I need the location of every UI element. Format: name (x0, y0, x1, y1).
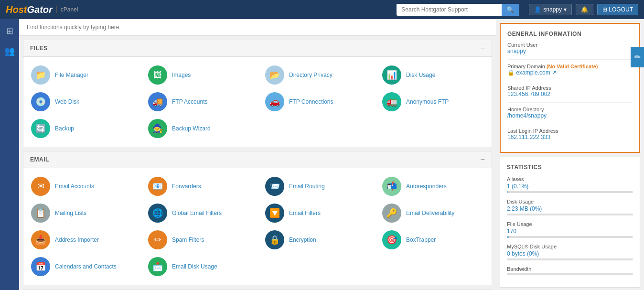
notifications-button[interactable]: 🔔 (576, 4, 593, 15)
icon-disk-usage: 📊 (382, 65, 401, 85)
icon-boxtrapper: 🎯 (382, 230, 401, 249)
left-sidebar: ⊞ 👥 (0, 19, 19, 290)
stat-bar-mysql-disk-usage (507, 258, 633, 260)
stat-value-aliases: 1 (0.1%) (507, 183, 633, 190)
search-area: 🔍 (397, 4, 519, 16)
general-info-title: GENERAL INFORMATION (507, 31, 633, 37)
item-spam-filters[interactable]: ✏Spam Filters (140, 226, 258, 253)
stats-container: Aliases1 (0.1%)Disk Usage2.23 MB (0%)Fil… (507, 176, 633, 275)
shared-ip-row: Shared IP Address 123.456.789.002 (507, 85, 633, 97)
label-email-routing: Email Routing (289, 183, 325, 190)
item-forwarders[interactable]: 📧Forwarders (140, 173, 258, 200)
section-toggle-files[interactable]: − (481, 44, 485, 53)
icon-email-deliverability: 🔑 (382, 204, 401, 223)
primary-domain-value: 🔒 example.com ↗ (507, 69, 633, 76)
item-ftp-connections[interactable]: 🚗FTP Connections (258, 88, 375, 115)
item-images[interactable]: 🖼Images (140, 62, 258, 88)
general-info-wrapper: GENERAL INFORMATION Current User snappy … (496, 23, 644, 153)
label-email-deliverability: Email Deliverability (406, 210, 454, 216)
stat-row-aliases: Aliases1 (0.1%) (507, 176, 633, 193)
current-user-label: Current User (507, 42, 633, 48)
icon-web-disk: 💿 (31, 92, 50, 111)
icon-email-disk-usage: 📩 (148, 257, 167, 276)
dropdown-icon: ▾ (564, 6, 567, 13)
general-info-card: GENERAL INFORMATION Current User snappy … (500, 23, 640, 153)
stat-value-file-usage: 170 (507, 228, 633, 235)
item-calendars-contacts[interactable]: 📅Calendars and Contacts (23, 253, 140, 280)
item-email-accounts[interactable]: ✉Email Accounts (23, 173, 140, 200)
bell-icon: 🔔 (581, 6, 588, 13)
logout-button[interactable]: ⊞ LOGOUT (597, 4, 638, 15)
item-encryption[interactable]: 🔒Encryption (258, 226, 375, 253)
section-toggle-email[interactable]: − (481, 155, 485, 164)
item-disk-usage[interactable]: 📊Disk Usage (375, 62, 492, 88)
item-email-filters[interactable]: 🔽Email Filters (258, 200, 375, 226)
stat-bar-fill-aliases (507, 191, 508, 193)
last-login-value: 162.111.222.333 (507, 134, 633, 140)
item-autoresponders[interactable]: 📬Autoresponders (375, 173, 492, 200)
section-title-files: FILES (30, 45, 48, 52)
item-email-disk-usage[interactable]: 📩Email Disk Usage (140, 253, 258, 280)
main-layout: ⊞ 👥 Find functions quickly by typing her… (0, 19, 644, 290)
icon-mailing-lists: 📋 (31, 204, 50, 223)
item-mailing-lists[interactable]: 📋Mailing Lists (23, 200, 140, 226)
item-web-disk[interactable]: 💿Web Disk (23, 88, 140, 115)
stat-label-aliases: Aliases (507, 176, 633, 182)
sidebar-users-icon[interactable]: 👥 (1, 43, 18, 59)
item-file-manager[interactable]: 📁File Manager (23, 62, 140, 88)
item-anonymous-ftp[interactable]: 🚛Anonymous FTP (375, 88, 492, 115)
quick-search-label: Find functions quickly by typing here. (27, 24, 121, 31)
item-address-importer[interactable]: 📥Address Importer (23, 226, 140, 253)
icon-anonymous-ftp: 🚛 (382, 92, 401, 111)
icon-address-importer: 📥 (31, 230, 50, 249)
item-boxtrapper[interactable]: 🎯BoxTrapper (375, 226, 492, 253)
stat-bar-aliases (507, 191, 633, 193)
label-ftp-connections: FTP Connections (289, 98, 333, 105)
stat-label-disk-usage: Disk Usage (507, 199, 633, 204)
cert-badge: (No Valid Certificate) (547, 64, 598, 69)
top-navigation: HostGator cPanel 🔍 👤 snappy ▾ 🔔 ⊞ LOGOUT (0, 0, 644, 19)
icon-encryption: 🔒 (265, 230, 284, 249)
home-dir-row: Home Directory /home4/snappy (507, 107, 633, 119)
stat-row-bandwidth: Bandwidth (507, 266, 633, 275)
content-area: Find functions quickly by typing here. F… (19, 19, 496, 290)
label-anonymous-ftp: Anonymous FTP (406, 98, 449, 105)
topnav-actions: 👤 snappy ▾ 🔔 ⊞ LOGOUT (529, 4, 638, 15)
shared-ip-value: 123.456.789.002 (507, 91, 633, 97)
item-email-deliverability[interactable]: 🔑Email Deliverability (375, 200, 492, 226)
sections-container: FILES−📁File Manager🖼Images📂Directory Pri… (19, 40, 496, 290)
item-global-email-filters[interactable]: 🌐Global Email Filters (140, 200, 258, 226)
stat-bar-disk-usage (507, 214, 633, 215)
search-input[interactable] (397, 4, 502, 15)
section-files: FILES−📁File Manager🖼Images📂Directory Pri… (23, 40, 492, 147)
external-link-icon: ↗ (552, 69, 557, 76)
stat-label-bandwidth: Bandwidth (507, 266, 633, 272)
label-images: Images (172, 72, 191, 78)
stat-row-file-usage: File Usage170 (507, 221, 633, 238)
user-icon: 👤 (534, 6, 541, 13)
label-backup: Backup (55, 125, 74, 132)
icon-images: 🖼 (148, 65, 167, 85)
label-web-disk: Web Disk (55, 98, 79, 105)
domain-link[interactable]: example.com (516, 69, 550, 76)
sidebar-grid-icon[interactable]: ⊞ (3, 23, 16, 39)
item-directory-privacy[interactable]: 📂Directory Privacy (258, 62, 375, 88)
icon-backup-wizard: 🧙 (148, 119, 167, 138)
primary-domain-row: Primary Domain (No Valid Certificate) 🔒 … (507, 64, 633, 76)
item-email-routing[interactable]: 📨Email Routing (258, 173, 375, 200)
icon-spam-filters: ✏ (148, 230, 167, 249)
stat-label-file-usage: File Usage (507, 221, 633, 227)
stat-row-mysql-disk-usage: MySQL® Disk Usage0 bytes (0%) (507, 244, 633, 260)
item-backup[interactable]: 🔄Backup (23, 115, 140, 142)
label-mailing-lists: Mailing Lists (55, 210, 86, 216)
stat-value-mysql-disk-usage: 0 bytes (0%) (507, 250, 633, 257)
section-email: EMAIL−✉Email Accounts📧Forwarders📨Email R… (23, 151, 492, 285)
item-ftp-accounts[interactable]: 🚚FTP Accounts (140, 88, 258, 115)
logo-text: HostGator (6, 4, 53, 15)
icon-email-accounts: ✉ (31, 177, 50, 196)
edit-button[interactable]: ✏ (631, 47, 644, 67)
icon-directory-privacy: 📂 (265, 65, 284, 85)
search-button[interactable]: 🔍 (502, 4, 519, 16)
user-menu-button[interactable]: 👤 snappy ▾ (529, 4, 572, 15)
item-backup-wizard[interactable]: 🧙Backup Wizard (140, 115, 258, 142)
